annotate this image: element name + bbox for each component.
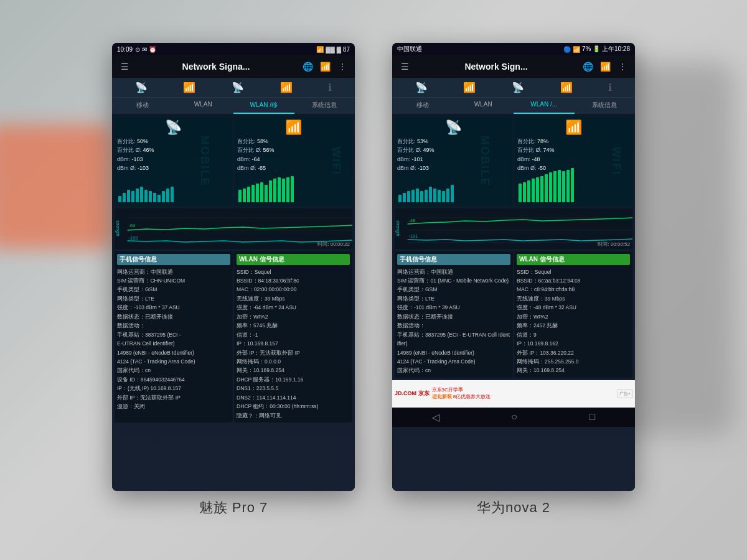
mobile-info-box-right: 手机信号信息 网络运营商：中国联通 SIM 运营商：01 (MNC - Mobi… — [395, 251, 513, 378]
status-icons-left: ⊙ ✉ ⏰ — [135, 46, 156, 53]
tab-wlan-right[interactable]: WLAN — [453, 98, 514, 114]
wifi-bar-chart-right — [517, 175, 630, 203]
bar — [278, 177, 281, 202]
mobile-bar-chart-right — [397, 175, 510, 203]
globe-icon-left[interactable]: 🌐 — [300, 59, 315, 74]
wifi-info-content-left: SSID：Sequel BSSID：84:18:3a:06:bf:8c MAC：… — [237, 268, 350, 420]
menu-icon-left[interactable]: ☰ — [117, 59, 132, 74]
bar — [144, 190, 148, 202]
bar — [403, 193, 406, 202]
bar — [562, 171, 565, 202]
recent-button-right[interactable]: □ — [590, 411, 596, 422]
signal-icon-status: ▓▓ — [326, 46, 335, 53]
ad-text-right[interactable]: 京东3C开学季 进化新装 8亿优惠券大放送 — [432, 387, 615, 400]
back-button-right[interactable]: ◁ — [432, 411, 439, 423]
wifi-stats-right: 百分比: 78% 百分比 Ø: 74% dBm: -48 dBm Ø: -50 — [517, 137, 630, 173]
wifi-info-title-right: WLAN 信号信息 — [517, 254, 630, 265]
home-button-right[interactable]: ○ — [511, 411, 517, 422]
tab-mobile-left[interactable]: 移动 — [112, 98, 173, 114]
tab-system-right[interactable]: 系统信息 — [575, 98, 636, 114]
bar — [123, 193, 126, 202]
bar — [398, 195, 402, 202]
bar — [149, 191, 152, 202]
info-sections-left: 手机信号信息 网络运营商：中国联通 SIM 运营商：CHN-UNICOM 手机类… — [112, 250, 355, 425]
signal-area-left: MOBILE 📡 百分比: 50% 百分比 Ø: 46% dBm: -103 d… — [112, 114, 355, 491]
signal-charts-right: MOBILE 📡 百分比: 53% 百分比 Ø: 49% dBm: -101 d… — [392, 114, 635, 208]
bar — [416, 189, 419, 202]
bar — [140, 187, 143, 202]
more-icon-right[interactable]: ⋮ — [615, 59, 630, 74]
tab-wlan-mobile-left[interactable]: WLAN /移 — [233, 98, 294, 114]
app-title-bar-left: ☰ Network Signa... 🌐 📶 ⋮ — [112, 55, 355, 78]
graph-strength-label-left: strength — [116, 220, 120, 236]
wifi-bar-chart-left — [237, 175, 350, 203]
wifi-signal-panel-left: WIFI 📶 百分比: 58% 百分比 Ø: 56% dBm: -64 dBm … — [235, 117, 352, 206]
wifi-icon-right: 📶 — [573, 46, 580, 53]
battery-right: 7% 🔋 上午10:28 — [582, 45, 630, 54]
bar — [166, 189, 169, 202]
wifi-icon-status: 📶 — [316, 46, 324, 53]
wifi-mobile-icon-left: 📡 — [228, 80, 248, 95]
tab-mobile-right[interactable]: 移动 — [392, 98, 453, 114]
bar — [420, 191, 423, 202]
info-icon-left: ℹ — [324, 80, 336, 95]
bar — [273, 179, 276, 202]
globe-icon-right[interactable]: 🌐 — [580, 59, 595, 74]
carrier-name-right: 中国联通 — [397, 45, 422, 54]
mobile-info-title-left: 手机信号信息 — [117, 254, 230, 265]
bar — [571, 168, 574, 202]
bar — [523, 182, 526, 202]
tab-bar-right: 移动 WLAN WLAN /... 系统信息 — [392, 98, 635, 114]
status-right-right: 🔵 📶 7% 🔋 上午10:28 — [563, 45, 630, 54]
bt-icon-right: 🔵 — [563, 46, 571, 53]
wifi-info-box-right: WLAN 信号信息 SSID：Sequel BSSID：6c:aa:b3:12:… — [514, 251, 632, 378]
signal-bar-icon-left[interactable]: 📶 — [317, 59, 332, 74]
wifi-info-content-right: SSID：Sequel BSSID：6c:aa:b3:12:94:c8 MAC：… — [517, 268, 630, 375]
tab-system-left[interactable]: 系统信息 — [294, 98, 355, 114]
tab-bar-left: 移动 WLAN WLAN /移 系统信息 — [112, 98, 355, 114]
wifi-icon-right: 📶 — [557, 80, 576, 95]
graph-time-left: 时间: 00:00:22 — [317, 241, 350, 248]
svg-text:-64: -64 — [129, 223, 135, 228]
signal-area-right: MOBILE 📡 百分比: 53% 百分比 Ø: 49% dBm: -101 d… — [392, 114, 635, 491]
app-title-bar-right: ☰ Network Sign... 🌐 📶 ⋮ — [392, 55, 635, 78]
bar — [286, 177, 289, 202]
bar — [157, 195, 161, 202]
mobile-icon-large-right: 📡 — [397, 119, 510, 136]
mobile-bar-chart-left — [117, 175, 230, 203]
icon-bar-left: 📡 📶 📡 📶 ℹ — [112, 78, 355, 98]
phones-container: 10:09 ⊙ ✉ ⏰ 📶 ▓▓ ▓ 87 ☰ Network Signa...… — [0, 0, 747, 560]
bar — [251, 185, 255, 202]
ad-tag-right[interactable]: 广告× — [618, 390, 632, 398]
menu-icon-right[interactable]: ☰ — [397, 59, 412, 74]
mobile-icon-left: 📡 — [131, 80, 151, 95]
phone-left-screen: 10:09 ⊙ ✉ ⏰ 📶 ▓▓ ▓ 87 ☰ Network Signa...… — [112, 43, 355, 491]
more-icon-left[interactable]: ⋮ — [335, 59, 350, 74]
mobile-signal-panel-left: MOBILE 📡 百分比: 50% 百分比 Ø: 46% dBm: -103 d… — [115, 117, 232, 206]
bar — [127, 190, 130, 202]
bar — [527, 180, 530, 202]
bar — [238, 190, 242, 202]
mobile-info-title-right: 手机信号信息 — [397, 254, 510, 265]
bar — [438, 190, 441, 202]
bar — [243, 189, 246, 202]
bar — [265, 185, 268, 202]
status-time-left: 10:09 — [117, 46, 133, 53]
wifi-info-box-left: WLAN 信号信息 SSID：Sequel BSSID：84:18:3a:06:… — [234, 251, 352, 422]
graph-strength-label-right: strength — [396, 220, 400, 236]
phone-right-section: 中国联通 🔵 📶 7% 🔋 上午10:28 ☰ Network Sign... … — [392, 43, 635, 517]
mobile-info-box-left: 手机信号信息 网络运营商：中国联通 SIM 运营商：CHN-UNICOM 手机类… — [115, 251, 233, 422]
tab-wlan-mobile-right[interactable]: WLAN /... — [514, 98, 575, 114]
graph-area-right: -48 -101 时间: 00:00:52 strength — [395, 208, 632, 249]
wifi-icon-left: 📶 — [276, 80, 296, 95]
tab-wlan-left[interactable]: WLAN — [173, 98, 234, 114]
info-sections-right: 手机信号信息 网络运营商：中国联通 SIM 运营商：01 (MNC - Mobi… — [392, 250, 635, 380]
app-title-left: Network Signa... — [132, 62, 300, 72]
wifi-icon-large-right: 📶 — [517, 119, 630, 136]
mobile-icon-right: 📡 — [411, 80, 431, 95]
svg-text:-48: -48 — [409, 218, 415, 223]
signal-bar-icon-right[interactable]: 📶 — [598, 59, 613, 74]
wifi-info-title-left: WLAN 信号信息 — [237, 254, 350, 265]
bar — [442, 191, 445, 202]
bar — [558, 170, 561, 202]
